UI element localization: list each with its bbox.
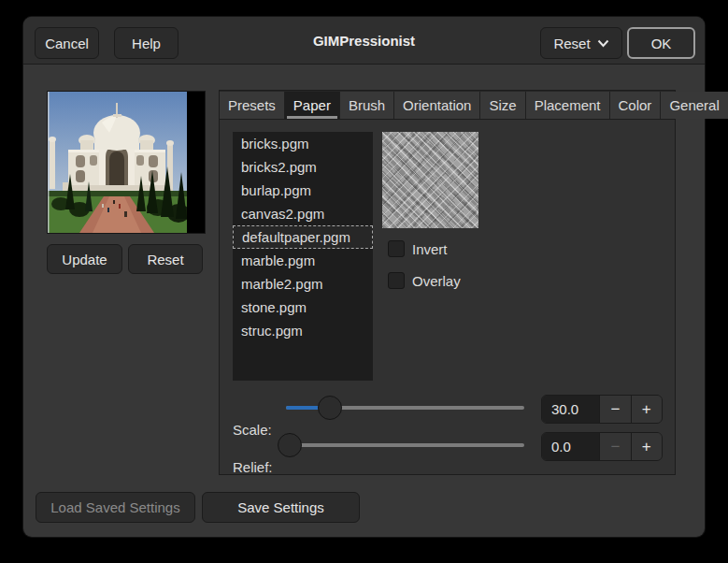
list-item-struc[interactable]: struc.pgm xyxy=(233,319,373,342)
relief-value[interactable]: 0.0 xyxy=(542,433,599,460)
relief-label: Relief: xyxy=(233,459,273,475)
list-item-marble2[interactable]: marble2.pgm xyxy=(233,272,373,296)
tab-orientation[interactable]: Orientation xyxy=(394,92,480,119)
screenshot-canvas: GIMPressionist Cancel Help Reset OK xyxy=(0,0,728,563)
preview-reset-button[interactable]: Reset xyxy=(128,244,203,274)
minus-icon: − xyxy=(610,438,620,456)
list-item-marble[interactable]: marble.pgm xyxy=(233,249,373,272)
minus-icon: − xyxy=(610,400,620,419)
save-settings-label: Save Settings xyxy=(237,499,324,515)
relief-slider-track[interactable] xyxy=(286,443,524,447)
update-button[interactable]: Update xyxy=(47,244,122,274)
tab-paper[interactable]: Paper xyxy=(285,92,340,119)
cancel-button-label: Cancel xyxy=(45,36,89,51)
scale-decrement-button[interactable]: − xyxy=(599,396,630,423)
taj-mahal-preview-image xyxy=(48,92,205,233)
invert-label: Invert xyxy=(412,241,448,257)
relief-slider-thumb[interactable] xyxy=(278,433,302,457)
plus-icon: + xyxy=(642,438,651,456)
save-settings-button[interactable]: Save Settings xyxy=(202,492,360,523)
scale-increment-button[interactable]: + xyxy=(631,396,662,423)
overlay-option: Overlay xyxy=(388,272,461,289)
relief-increment-button[interactable]: + xyxy=(631,433,662,460)
ok-button[interactable]: OK xyxy=(627,27,695,59)
list-item-defaultpaper[interactable]: defaultpaper.pgm xyxy=(233,225,373,249)
overlay-checkbox[interactable] xyxy=(388,272,405,289)
list-item-stone[interactable]: stone.pgm xyxy=(233,296,373,319)
help-button[interactable]: Help xyxy=(114,27,178,59)
reset-menu-label: Reset xyxy=(553,36,590,51)
paper-file-list: bricks.pgm bricks2.pgm burlap.pgm canvas… xyxy=(233,132,373,381)
scale-label: Scale: xyxy=(233,422,272,438)
invert-checkbox[interactable] xyxy=(388,240,405,257)
cancel-button[interactable]: Cancel xyxy=(35,27,99,59)
list-item-canvas2[interactable]: canvas2.pgm xyxy=(233,202,373,225)
preview-reset-label: Reset xyxy=(147,252,183,267)
gimpressionist-dialog: GIMPressionist Cancel Help Reset OK xyxy=(23,17,705,537)
paper-tab-page: bricks.pgm bricks2.pgm burlap.pgm canvas… xyxy=(219,119,676,475)
scale-value[interactable]: 30.0 xyxy=(542,396,599,423)
help-button-label: Help xyxy=(132,36,161,51)
dialog-title: GIMPressionist xyxy=(313,33,415,49)
tab-strip: Presets Paper Brush Orientation Size Pla… xyxy=(219,90,676,119)
plus-icon: + xyxy=(642,400,651,419)
tab-size[interactable]: Size xyxy=(480,92,525,119)
update-button-label: Update xyxy=(62,252,107,267)
scale-slider-thumb[interactable] xyxy=(318,396,342,420)
tab-presets[interactable]: Presets xyxy=(220,92,285,119)
tab-general[interactable]: General xyxy=(661,92,728,119)
ok-button-label: OK xyxy=(651,36,672,51)
invert-option: Invert xyxy=(388,240,448,257)
tab-brush[interactable]: Brush xyxy=(340,92,394,119)
list-item-bricks[interactable]: bricks.pgm xyxy=(233,132,373,155)
image-preview xyxy=(47,91,206,234)
settings-notebook: Presets Paper Brush Orientation Size Pla… xyxy=(219,90,676,475)
list-item-bricks2[interactable]: bricks2.pgm xyxy=(233,155,373,179)
tab-color[interactable]: Color xyxy=(610,92,662,119)
load-saved-settings-label: Load Saved Settings xyxy=(50,499,179,515)
list-item-burlap[interactable]: burlap.pgm xyxy=(233,179,373,202)
chevron-down-icon xyxy=(597,39,609,48)
scale-spinbox: 30.0 − + xyxy=(541,395,663,424)
tab-placement[interactable]: Placement xyxy=(526,92,610,119)
load-saved-settings-button[interactable]: Load Saved Settings xyxy=(36,492,195,523)
reset-menu-button[interactable]: Reset xyxy=(540,27,622,59)
relief-decrement-button[interactable]: − xyxy=(599,433,630,460)
relief-spinbox: 0.0 − + xyxy=(541,432,663,461)
paper-texture-preview xyxy=(382,132,478,228)
overlay-label: Overlay xyxy=(412,273,461,289)
